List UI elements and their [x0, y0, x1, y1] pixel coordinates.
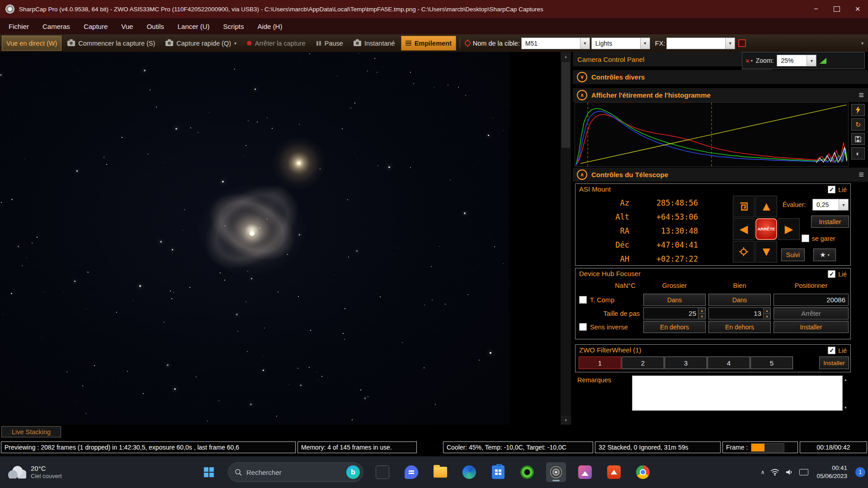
filter-4-button[interactable]: 4 — [708, 357, 750, 369]
taskbar-app-explorer[interactable] — [430, 462, 450, 482]
frame-type-select[interactable]: Lights — [591, 38, 650, 49]
scroll-up-icon[interactable]: ▴ — [561, 52, 571, 61]
menu-vue[interactable]: Vue — [114, 18, 140, 34]
chevron-down-icon[interactable] — [640, 38, 650, 49]
spin-up-icon[interactable]: ▲ — [764, 308, 770, 314]
spinner-arrows[interactable]: ▲▼ — [763, 308, 770, 319]
taskbar-app-edge[interactable] — [459, 462, 479, 482]
nudge-left-button[interactable]: ◀ — [733, 218, 755, 240]
quick-capture-button[interactable]: Capture rapide (Q) ▾ — [161, 36, 241, 51]
live-stacking-tab[interactable]: Live Stacking — [1, 426, 61, 437]
chevron-down-icon[interactable] — [807, 55, 816, 66]
focuser-stop-button[interactable]: Arrêter — [774, 307, 849, 319]
tcomp-checkbox[interactable] — [579, 296, 587, 304]
mount-stop-button[interactable]: ARRÊTE — [755, 218, 777, 240]
park-target-button[interactable] — [733, 241, 755, 263]
filter-3-button[interactable]: 3 — [665, 357, 707, 369]
section-telescope-controls[interactable]: ∧ Contrôles du Télescope ≡ — [573, 168, 868, 182]
pause-button[interactable]: Pause — [311, 36, 348, 51]
section-histogram[interactable]: ∧ Afficher l'étirement de l'histogramme … — [573, 88, 868, 102]
minimize-button[interactable]: − — [806, 0, 826, 18]
spin-up-icon[interactable]: ▲ — [698, 308, 705, 314]
stacking-button[interactable]: Empilement — [401, 36, 456, 51]
save-stretch-button[interactable] — [851, 133, 865, 145]
image-viewer[interactable] — [0, 52, 561, 425]
collapse-icon[interactable]: ∧ — [577, 90, 587, 100]
start-button[interactable] — [199, 462, 219, 482]
focus-out-coarse-button[interactable]: En dehors — [643, 321, 706, 333]
spinner-arrows[interactable]: ▲▼ — [698, 308, 705, 319]
taskbar-app-updater[interactable] — [604, 462, 624, 482]
focuser-install-button[interactable]: Installer — [774, 321, 849, 333]
auto-stretch-button[interactable] — [851, 104, 865, 116]
menu-lancer[interactable]: Lancer (U) — [171, 18, 217, 34]
volume-icon[interactable] — [785, 469, 793, 476]
histogram-quick-icon[interactable] — [820, 58, 826, 64]
maximize-button[interactable] — [826, 0, 847, 18]
taskbar-app-photos[interactable] — [575, 462, 595, 482]
notes-textarea[interactable] — [632, 375, 843, 411]
display-stretch-toggle[interactable]: ◐ — [851, 147, 865, 160]
close-button[interactable]: × — [847, 0, 868, 18]
menu-cameras[interactable]: Cameras — [36, 18, 77, 34]
filter-2-button[interactable]: 2 — [622, 357, 664, 369]
focus-in-coarse-button[interactable]: Dans — [643, 294, 706, 306]
mount-install-button[interactable]: Installer — [811, 216, 849, 228]
spin-down-icon[interactable]: ▼ — [698, 314, 705, 319]
selection-tool-dropdown[interactable]: × ▾ — [745, 57, 753, 64]
focus-out-fine-button[interactable]: En dehors — [708, 321, 771, 333]
menu-scripts[interactable]: Scripts — [217, 18, 251, 34]
scroll-up-icon[interactable]: ▴ — [844, 377, 847, 382]
mount-linked-checkbox[interactable] — [828, 186, 835, 193]
tracking-button[interactable]: Suivi — [781, 249, 805, 261]
reset-stretch-button[interactable]: ↻ — [851, 118, 865, 131]
filter-1-button[interactable]: 1 — [579, 357, 621, 369]
chevron-down-icon[interactable] — [580, 38, 590, 49]
star-menu-button[interactable]: ★ ▾ — [813, 249, 836, 261]
start-capture-button[interactable]: Commencer la capture (S) — [63, 36, 160, 51]
taskbar-app-store[interactable] — [488, 462, 508, 482]
section-menu-icon[interactable]: ≡ — [859, 90, 864, 100]
filterwheel-install-button[interactable]: Installer — [819, 357, 849, 369]
taskbar-clock[interactable]: 00:41 05/06/2023 — [816, 464, 847, 480]
toolbar-overflow-icon[interactable]: ▾ — [859, 41, 866, 46]
nudge-down-button[interactable]: ▼ — [755, 241, 777, 263]
stretch-transfer-line[interactable] — [580, 105, 846, 164]
spin-down-icon[interactable]: ▼ — [764, 314, 770, 319]
focuser-linked-checkbox[interactable] — [828, 270, 835, 278]
rate-select[interactable]: 0,25 — [812, 199, 849, 211]
notification-badge[interactable]: 1 — [855, 467, 865, 477]
menu-outils[interactable]: Outils — [140, 18, 170, 34]
target-name-select[interactable]: M51 — [521, 38, 590, 49]
scroll-down-icon[interactable]: ▾ — [561, 416, 571, 425]
scroll-down-icon[interactable]: ▾ — [844, 405, 847, 410]
expand-icon[interactable]: ∨ — [577, 72, 587, 82]
collapse-icon[interactable]: ∧ — [577, 169, 587, 180]
focuser-position-value[interactable]: 20086 — [774, 294, 849, 306]
scrollbar-thumb[interactable] — [561, 62, 570, 148]
touch-keyboard-icon[interactable] — [799, 469, 808, 475]
snapshot-button[interactable]: Instantané — [349, 36, 400, 51]
bing-icon[interactable]: b — [346, 465, 360, 479]
taskbar-app-widgets[interactable] — [373, 462, 392, 482]
section-misc-controls[interactable]: ∨ Contrôles divers — [573, 70, 868, 84]
menu-aide[interactable]: Aide (H) — [250, 18, 289, 34]
chevron-down-icon[interactable] — [839, 199, 848, 210]
filter-5-button[interactable]: 5 — [750, 357, 793, 369]
fx-select[interactable] — [666, 38, 735, 49]
weather-widget[interactable]: 20°C Ciel couvert — [5, 456, 66, 488]
taskbar-search[interactable]: Rechercher b — [228, 462, 363, 482]
nudge-right-button[interactable]: ▶ — [778, 218, 800, 240]
park-checkbox[interactable] — [802, 235, 809, 242]
filterwheel-linked-checkbox[interactable] — [828, 347, 835, 354]
reverse-checkbox[interactable] — [579, 323, 587, 331]
zoom-select[interactable]: 25% — [777, 55, 816, 66]
focus-in-fine-button[interactable]: Dans — [708, 294, 771, 306]
colour-space-icon[interactable] — [738, 39, 746, 47]
taskbar-app-active-camera[interactable] — [546, 462, 566, 482]
taskbar-app-chrome[interactable] — [633, 462, 653, 482]
chevron-down-icon[interactable] — [725, 38, 735, 49]
fine-step-input[interactable]: 13 ▲▼ — [708, 307, 771, 319]
menu-fichier[interactable]: Fichier — [2, 18, 36, 34]
goto-button[interactable] — [733, 196, 755, 217]
